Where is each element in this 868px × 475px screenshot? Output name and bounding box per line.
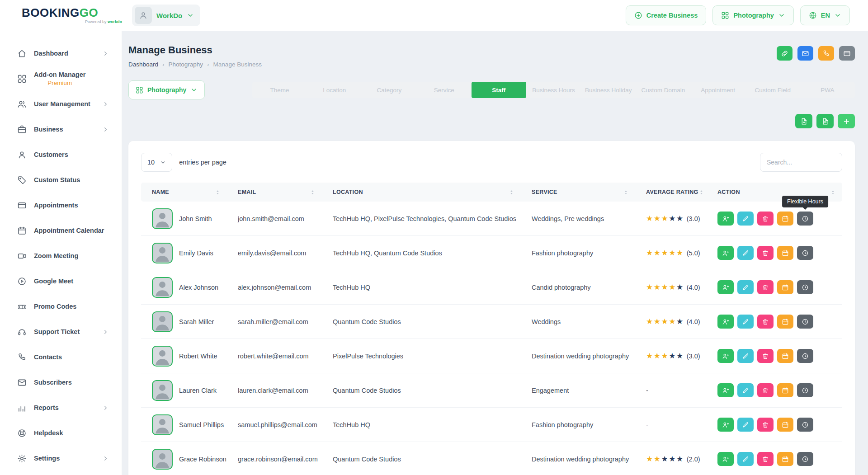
- assign-user-button[interactable]: [717, 452, 734, 466]
- edit-button[interactable]: [737, 212, 754, 226]
- assign-user-button[interactable]: [717, 418, 734, 432]
- sidebar-item-settings[interactable]: Settings: [0, 446, 122, 471]
- topbar-actions: Create Business Photography EN: [626, 5, 850, 25]
- assign-user-button[interactable]: [717, 349, 734, 363]
- appointment-button[interactable]: [777, 315, 793, 329]
- tab-pwa[interactable]: PWA: [800, 82, 855, 98]
- delete-button[interactable]: [757, 349, 774, 363]
- tab-appointment[interactable]: Appointment: [691, 82, 745, 98]
- mail-icon: [17, 378, 27, 387]
- edit-button[interactable]: [737, 452, 754, 466]
- tab-business-holiday[interactable]: Business Holiday: [581, 82, 636, 98]
- flexible-hours-button[interactable]: [797, 383, 813, 397]
- breadcrumb-photography[interactable]: Photography: [169, 61, 203, 68]
- phone-button[interactable]: [818, 46, 834, 61]
- appointment-button[interactable]: [777, 280, 793, 294]
- assign-user-button[interactable]: [717, 383, 734, 397]
- tab-location[interactable]: Location: [307, 82, 362, 98]
- appointment-button[interactable]: [777, 452, 793, 466]
- export-file-button[interactable]: [795, 114, 812, 128]
- delete-button[interactable]: [757, 452, 774, 466]
- edit-button[interactable]: [737, 383, 754, 397]
- column-header-service[interactable]: SERVICE: [521, 189, 635, 195]
- staff-location: TechHub HQ: [322, 284, 521, 291]
- flexible-hours-button[interactable]: [797, 246, 813, 260]
- sidebar-item-custom-status[interactable]: Custom Status: [0, 167, 122, 193]
- ticket-icon: [17, 302, 27, 311]
- search-input[interactable]: [760, 153, 842, 172]
- flexible-hours-button[interactable]: [797, 418, 813, 432]
- sidebar-item-helpdesk[interactable]: Helpdesk: [0, 420, 122, 446]
- breadcrumb-dashboard[interactable]: Dashboard: [128, 61, 158, 68]
- sidebar-item-subscribers[interactable]: Subscribers: [0, 370, 122, 395]
- edit-button[interactable]: [737, 418, 754, 432]
- assign-user-button[interactable]: [717, 315, 734, 329]
- workspace-switcher[interactable]: WorkDo: [132, 5, 200, 26]
- column-header-location[interactable]: LOCATION: [322, 189, 521, 195]
- create-business-button[interactable]: Create Business: [626, 5, 707, 25]
- tab-business-hours[interactable]: Business Hours: [526, 82, 581, 98]
- link-button[interactable]: [777, 46, 793, 61]
- mail-button[interactable]: [797, 46, 813, 61]
- delete-button[interactable]: [757, 315, 774, 329]
- appointment-button[interactable]: [777, 418, 793, 432]
- language-dropdown[interactable]: EN: [800, 5, 850, 25]
- assign-user-button[interactable]: [717, 280, 734, 294]
- sidebar-item-dashboard[interactable]: Dashboard: [0, 41, 122, 66]
- column-header-email[interactable]: EMAIL: [227, 189, 322, 195]
- edit-button[interactable]: [737, 349, 754, 363]
- chevron-right-icon: [102, 126, 109, 133]
- appointment-button[interactable]: [777, 212, 793, 226]
- column-header-average-rating[interactable]: AVERAGE RATING: [635, 189, 707, 195]
- sidebar-item-zoom-meeting[interactable]: Zoom Meeting: [0, 243, 122, 268]
- delete-button[interactable]: [757, 280, 774, 294]
- sidebar-item-promo-codes[interactable]: Promo Codes: [0, 294, 122, 319]
- export-doc-button[interactable]: [816, 114, 834, 128]
- payment-button[interactable]: [839, 46, 855, 61]
- delete-button[interactable]: [757, 418, 774, 432]
- tab-custom-domain[interactable]: Custom Domain: [636, 82, 690, 98]
- edit-button[interactable]: [737, 280, 754, 294]
- tab-theme[interactable]: Theme: [252, 82, 307, 98]
- delete-button[interactable]: [757, 212, 774, 226]
- breadcrumb: Dashboard Photography Manage Business: [128, 61, 262, 68]
- sidebar-item-appointments[interactable]: Appointments: [0, 193, 122, 218]
- assign-user-button[interactable]: [717, 246, 734, 260]
- tab-custom-field[interactable]: Custom Field: [745, 82, 800, 98]
- delete-button[interactable]: [757, 383, 774, 397]
- column-header-name[interactable]: NAME: [141, 189, 227, 195]
- column-header-action[interactable]: ACTION: [707, 189, 842, 195]
- flexible-hours-button[interactable]: [797, 452, 813, 466]
- user-plus-icon: [722, 249, 729, 257]
- sidebar-item-contacts[interactable]: Contacts: [0, 344, 122, 370]
- tab-service[interactable]: Service: [417, 82, 472, 98]
- sidebar-item-user-management[interactable]: User Management: [0, 91, 122, 117]
- edit-button[interactable]: [737, 246, 754, 260]
- entries-per-page-select[interactable]: 10: [141, 153, 172, 172]
- flexible-hours-button[interactable]: [797, 349, 813, 363]
- sidebar-item-google-meet[interactable]: Google Meet: [0, 268, 122, 294]
- tab-category[interactable]: Category: [362, 82, 416, 98]
- appointment-button[interactable]: [777, 246, 793, 260]
- appointment-button[interactable]: [777, 383, 793, 397]
- appointment-button[interactable]: [777, 349, 793, 363]
- edit-button[interactable]: [737, 315, 754, 329]
- business-filter-dropdown[interactable]: Photography: [128, 80, 205, 99]
- sidebar-item-add-on-manager[interactable]: Add-on ManagerPremium: [0, 66, 122, 91]
- tab-staff[interactable]: Staff: [472, 82, 526, 98]
- flexible-hours-button[interactable]: [797, 280, 813, 294]
- flexible-hours-button[interactable]: [797, 315, 813, 329]
- business-switcher-dropdown[interactable]: Photography: [712, 5, 793, 25]
- sidebar-item-label: Settings: [34, 455, 60, 462]
- sidebar-item-reports[interactable]: Reports: [0, 395, 122, 420]
- add-staff-button[interactable]: [838, 114, 855, 128]
- sidebar-item-business[interactable]: Business: [0, 117, 122, 142]
- app-logo[interactable]: BOOKINGGO Powered by workdo: [22, 7, 122, 24]
- trash-icon: [762, 387, 769, 394]
- assign-user-button[interactable]: [717, 212, 734, 226]
- delete-button[interactable]: [757, 246, 774, 260]
- flexible-hours-button[interactable]: Flexible Hours: [797, 212, 813, 226]
- sidebar-item-customers[interactable]: Customers: [0, 142, 122, 167]
- sidebar-item-support-ticket[interactable]: Support Ticket: [0, 319, 122, 344]
- sidebar-item-appointment-calendar[interactable]: Appointment Calendar: [0, 218, 122, 243]
